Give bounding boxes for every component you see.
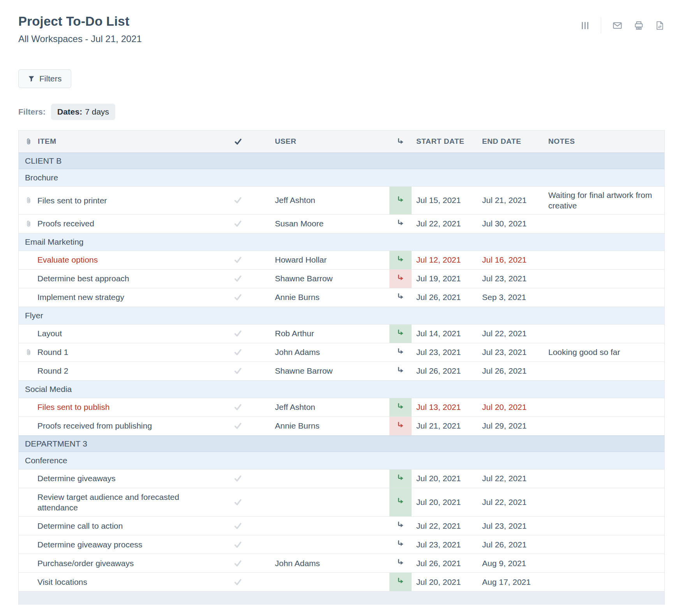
task-row: Round 2Shawne BarrowJul 26, 2021Jul 26, … xyxy=(19,362,664,381)
user-cell: John Adams xyxy=(257,343,389,362)
subsection-row: Brochure xyxy=(19,169,664,187)
title-block: Project To-Do List All Workspaces - Jul … xyxy=(18,14,142,44)
check-icon xyxy=(234,474,242,483)
start-date-cell: Jul 20, 2021 xyxy=(412,573,477,591)
subsection-label: Email Marketing xyxy=(25,237,84,247)
end-date-cell: Jul 30, 2021 xyxy=(477,215,544,233)
task-row: LayoutRob ArthurJul 14, 2021Jul 22, 2021 xyxy=(19,325,664,343)
task-row: Proofs received from publishingAnnie Bur… xyxy=(19,417,664,436)
user-cell: Annie Burns xyxy=(257,288,389,307)
item-label: Files sent to printer xyxy=(37,192,111,209)
paperclip-icon xyxy=(25,197,37,204)
paperclip-icon xyxy=(25,349,37,356)
notes-text: Waiting for final artwork from creative xyxy=(548,187,659,214)
end-date-cell: Jul 23, 2021 xyxy=(477,517,544,535)
notes-cell xyxy=(544,470,664,488)
end-date-cell: Jul 22, 2021 xyxy=(477,470,544,488)
filters-button[interactable]: Filters xyxy=(18,69,71,88)
chip-value: 7 days xyxy=(85,107,109,116)
task-row: Visit locationsJul 20, 2021Aug 17, 2021 xyxy=(19,573,664,591)
col-user: USER xyxy=(257,131,389,152)
item-cell: Determine giveaway process xyxy=(19,535,218,554)
start-date-cell: Jul 20, 2021 xyxy=(412,488,477,517)
level-down-arrow-icon xyxy=(397,540,405,549)
item-label: Visit locations xyxy=(37,573,91,591)
start-indicator-cell xyxy=(389,288,412,307)
check-cell xyxy=(218,470,257,488)
start-date-cell: Jul 20, 2021 xyxy=(412,470,477,488)
partial-row xyxy=(19,591,664,605)
pdf-icon[interactable] xyxy=(655,21,665,30)
filters-label: Filters: xyxy=(18,107,46,116)
end-date-cell: Aug 9, 2021 xyxy=(477,554,544,572)
item-cell: Files sent to publish xyxy=(19,398,218,417)
item-cell: Purchase/order giveaways xyxy=(19,554,218,572)
start-indicator-cell xyxy=(389,187,412,214)
start-date-cell: Jul 14, 2021 xyxy=(412,325,477,343)
check-cell xyxy=(218,362,257,380)
task-row: Determine call to actionJul 22, 2021Jul … xyxy=(19,517,664,535)
toolbar xyxy=(580,17,665,34)
item-label: Review target audience and forecasted at… xyxy=(37,488,218,517)
level-down-arrow-icon xyxy=(397,348,405,357)
toolbar-divider xyxy=(601,17,601,34)
check-cell xyxy=(218,398,257,417)
subsection-label: Social Media xyxy=(25,385,72,394)
top-bar: Project To-Do List All Workspaces - Jul … xyxy=(18,14,665,44)
user-cell: Susan Moore xyxy=(257,215,389,233)
check-cell xyxy=(218,535,257,554)
user-cell xyxy=(257,535,389,554)
task-row: Files sent to printerJeff AshtonJul 15, … xyxy=(19,187,664,215)
section-row: CLIENT B xyxy=(19,153,664,169)
notes-cell xyxy=(544,362,664,380)
item-label: Determine best approach xyxy=(37,270,133,287)
print-icon[interactable] xyxy=(634,20,644,31)
item-label: Purchase/order giveaways xyxy=(37,554,137,572)
start-indicator-cell xyxy=(389,398,412,417)
end-date-cell: Jul 26, 2021 xyxy=(477,535,544,554)
start-date-cell: Jul 13, 2021 xyxy=(412,398,477,417)
item-cell: Round 1 xyxy=(19,343,218,362)
check-icon xyxy=(234,367,242,375)
start-indicator-cell xyxy=(389,573,412,591)
check-icon xyxy=(234,540,242,549)
user-cell: Shawne Barrow xyxy=(257,270,389,288)
check-icon xyxy=(234,559,242,568)
user-cell xyxy=(257,488,389,517)
task-row: Round 1John AdamsJul 23, 2021Jul 23, 202… xyxy=(19,343,664,362)
notes-cell xyxy=(544,573,664,591)
dates-filter-chip[interactable]: Dates:7 days xyxy=(51,104,115,120)
level-down-arrow-icon xyxy=(397,329,405,339)
end-date-cell: Aug 17, 2021 xyxy=(477,573,544,591)
check-icon xyxy=(234,498,242,507)
subsection-label: Flyer xyxy=(25,311,43,320)
paperclip-icon xyxy=(25,220,37,228)
check-icon xyxy=(234,256,242,264)
subsection-label: Conference xyxy=(25,456,67,465)
item-label: Files sent to publish xyxy=(37,398,114,416)
end-date-cell: Jul 21, 2021 xyxy=(477,187,544,214)
filters-button-label: Filters xyxy=(39,74,62,83)
columns-icon[interactable] xyxy=(580,21,590,30)
end-date-cell: Jul 22, 2021 xyxy=(477,488,544,517)
active-filters-row: Filters: Dates:7 days xyxy=(18,104,665,120)
item-cell: Visit locations xyxy=(19,573,218,591)
notes-cell: Waiting for final artwork from creative xyxy=(544,187,664,214)
start-date-cell: Jul 15, 2021 xyxy=(412,187,477,214)
user-cell: Jeff Ashton xyxy=(257,187,389,214)
user-cell: Jeff Ashton xyxy=(257,398,389,417)
check-cell xyxy=(218,417,257,435)
check-cell xyxy=(218,187,257,214)
start-date-cell: Jul 26, 2021 xyxy=(412,554,477,572)
notes-cell xyxy=(544,398,664,417)
start-indicator-cell xyxy=(389,417,412,435)
user-cell xyxy=(257,470,389,488)
start-indicator-cell xyxy=(389,270,412,288)
start-indicator-cell xyxy=(389,362,412,380)
item-label: Implement new strategy xyxy=(37,288,128,306)
end-date-cell: Jul 22, 2021 xyxy=(477,325,544,343)
todo-table: ITEM USER START DATE END DATE NOTES CLIE… xyxy=(18,130,665,605)
user-cell xyxy=(257,573,389,591)
start-indicator-cell xyxy=(389,554,412,572)
email-icon[interactable] xyxy=(612,20,623,31)
